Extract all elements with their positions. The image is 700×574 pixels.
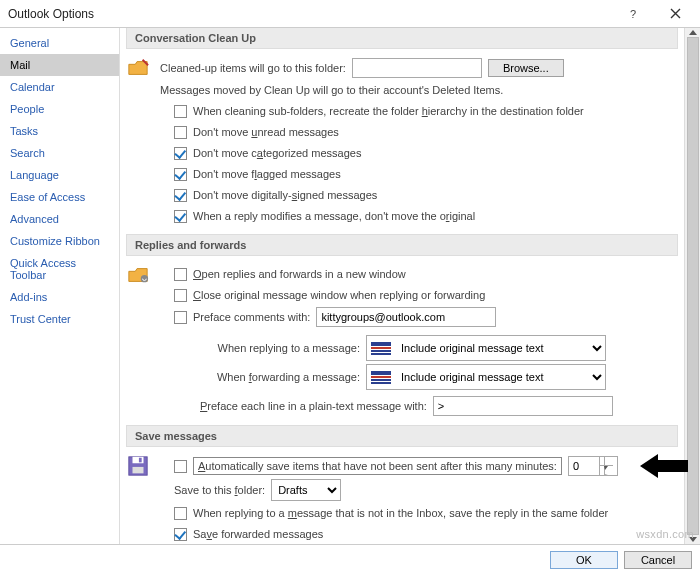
moved-note: Messages moved by Clean Up will go to th… bbox=[160, 84, 503, 96]
callout-arrow-icon bbox=[640, 452, 688, 482]
cleanup-opt-checkbox-2[interactable] bbox=[174, 147, 187, 160]
cleanup-opt-label-2: Don't move categorized messages bbox=[193, 147, 361, 159]
cleanup-opt-checkbox-3[interactable] bbox=[174, 168, 187, 181]
save-disk-icon bbox=[126, 453, 150, 544]
svg-rect-4 bbox=[139, 458, 142, 463]
section-header-cleanup: Conversation Clean Up bbox=[126, 28, 678, 49]
preface-line-input[interactable] bbox=[433, 396, 613, 416]
cleaned-label: Cleaned-up items will go to this folder: bbox=[160, 62, 346, 74]
spinner-down[interactable] bbox=[599, 466, 613, 475]
when-forward-select[interactable]: Include original message text bbox=[395, 365, 605, 389]
spinner-up[interactable] bbox=[599, 457, 613, 466]
sidebar-item-mail[interactable]: Mail bbox=[0, 54, 119, 76]
when-forward-label: When forwarding a message: bbox=[200, 371, 360, 383]
sidebar-item-people[interactable]: People bbox=[0, 98, 119, 120]
help-button[interactable]: ? bbox=[612, 2, 654, 26]
svg-rect-3 bbox=[133, 467, 144, 473]
browse-button[interactable]: Browse... bbox=[488, 59, 564, 77]
close-orig-checkbox[interactable] bbox=[174, 289, 187, 302]
sidebar-item-advanced[interactable]: Advanced bbox=[0, 208, 119, 230]
autosave-minutes-input[interactable] bbox=[569, 457, 599, 475]
watermark: wsxdn.com bbox=[636, 528, 694, 540]
sidebar-item-calendar[interactable]: Calendar bbox=[0, 76, 119, 98]
cleanup-opt-label-3: Don't move flagged messages bbox=[193, 168, 341, 180]
preface-comments-label: Preface comments with: bbox=[193, 311, 310, 323]
sidebar-item-ease-of-access[interactable]: Ease of Access bbox=[0, 186, 119, 208]
when-forward-combo[interactable]: Include original message text bbox=[366, 364, 606, 390]
cleaned-folder-input[interactable] bbox=[352, 58, 482, 78]
broom-folder-icon bbox=[126, 55, 150, 228]
sidebar-item-general[interactable]: General bbox=[0, 32, 119, 54]
close-icon bbox=[670, 8, 681, 19]
when-reply-label: When replying to a message: bbox=[200, 342, 360, 354]
message-preview-icon bbox=[368, 337, 394, 359]
cleanup-opt-checkbox-4[interactable] bbox=[174, 189, 187, 202]
sidebar-item-quick-access-toolbar[interactable]: Quick Access Toolbar bbox=[0, 252, 119, 286]
sidebar-item-language[interactable]: Language bbox=[0, 164, 119, 186]
save-opt-checkbox-0[interactable] bbox=[174, 507, 187, 520]
scroll-up-arrow[interactable] bbox=[689, 30, 697, 35]
content-pane: Conversation Clean Up Cleaned-up items w… bbox=[120, 28, 700, 544]
saveto-label: Save to this folder: bbox=[174, 484, 265, 496]
cancel-button[interactable]: Cancel bbox=[624, 551, 692, 569]
cleanup-opt-checkbox-1[interactable] bbox=[174, 126, 187, 139]
scroll-thumb[interactable] bbox=[687, 37, 699, 535]
sidebar-item-trust-center[interactable]: Trust Center bbox=[0, 308, 119, 330]
svg-rect-2 bbox=[133, 457, 144, 463]
preface-line-label: Preface each line in a plain-text messag… bbox=[200, 400, 427, 412]
titlebar: Outlook Options ? bbox=[0, 0, 700, 28]
cleanup-opt-label-5: When a reply modifies a message, don't m… bbox=[193, 210, 475, 222]
main: General Mail Calendar People Tasks Searc… bbox=[0, 28, 700, 544]
autosave-label: Automatically save items that have not b… bbox=[193, 457, 562, 475]
cleanup-opt-checkbox-0[interactable] bbox=[174, 105, 187, 118]
preface-comments-input[interactable] bbox=[316, 307, 496, 327]
save-opt-label-1: Save forwarded messages bbox=[193, 528, 323, 540]
when-reply-select[interactable]: Include original message text bbox=[395, 336, 605, 360]
cleanup-opt-label-4: Don't move digitally-signed messages bbox=[193, 189, 377, 201]
section-cleanup: Cleaned-up items will go to this folder:… bbox=[126, 55, 678, 228]
message-preview-icon bbox=[368, 366, 394, 388]
autosave-checkbox[interactable] bbox=[174, 460, 187, 473]
section-header-replies: Replies and forwards bbox=[126, 234, 678, 256]
when-reply-combo[interactable]: Include original message text bbox=[366, 335, 606, 361]
open-new-checkbox[interactable] bbox=[174, 268, 187, 281]
reply-folder-icon bbox=[126, 262, 150, 419]
svg-point-0 bbox=[141, 275, 148, 282]
window-title: Outlook Options bbox=[8, 7, 612, 21]
cleanup-opt-label-0: When cleaning sub-folders, recreate the … bbox=[193, 105, 584, 117]
svg-marker-5 bbox=[640, 454, 688, 478]
section-header-save: Save messages bbox=[126, 425, 678, 447]
close-orig-label: Close original message window when reply… bbox=[193, 289, 485, 301]
section-save: Automatically save items that have not b… bbox=[126, 453, 678, 544]
close-button[interactable] bbox=[654, 2, 696, 26]
cleanup-opt-label-1: Don't move unread messages bbox=[193, 126, 339, 138]
saveto-select[interactable]: Drafts bbox=[271, 479, 341, 501]
sidebar-item-search[interactable]: Search bbox=[0, 142, 119, 164]
save-opt-label-0: When replying to a message that is not i… bbox=[193, 507, 608, 519]
preface-comments-checkbox[interactable] bbox=[174, 311, 187, 324]
sidebar-item-customize-ribbon[interactable]: Customize Ribbon bbox=[0, 230, 119, 252]
open-new-label: Open replies and forwards in a new windo… bbox=[193, 268, 406, 280]
autosave-minutes-spinner[interactable] bbox=[568, 456, 618, 476]
save-opt-checkbox-1[interactable] bbox=[174, 528, 187, 541]
cleanup-opt-checkbox-5[interactable] bbox=[174, 210, 187, 223]
sidebar-item-tasks[interactable]: Tasks bbox=[0, 120, 119, 142]
footer: OK Cancel bbox=[0, 544, 700, 574]
sidebar: General Mail Calendar People Tasks Searc… bbox=[0, 28, 120, 544]
sidebar-item-add-ins[interactable]: Add-ins bbox=[0, 286, 119, 308]
section-replies: Open replies and forwards in a new windo… bbox=[126, 262, 678, 419]
ok-button[interactable]: OK bbox=[550, 551, 618, 569]
